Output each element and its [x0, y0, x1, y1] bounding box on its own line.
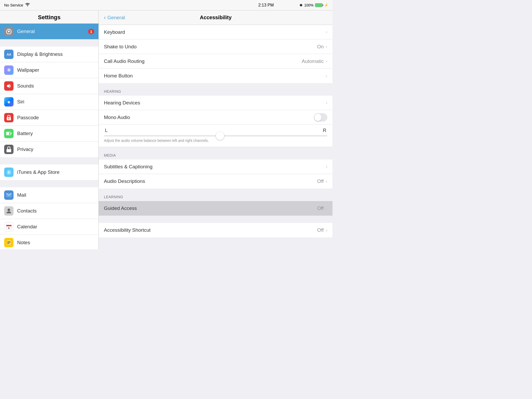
keyboard-chevron: › [326, 29, 327, 35]
hearing-devices-chevron: › [326, 100, 327, 105]
svg-point-1 [8, 31, 10, 32]
sidebar-list: General 1 AA Display & Brightness ❋ Wall… [0, 24, 98, 249]
battery-sidebar-icon [4, 129, 14, 138]
row-keyboard[interactable]: Keyboard › [99, 25, 332, 39]
siri-label: Siri [17, 99, 94, 105]
settings-group-hearing: Hearing Devices › Mono Audio L R [99, 96, 332, 147]
settings-group-learning: Guided Access Off › [99, 201, 332, 216]
passcode-label: Passcode [17, 115, 94, 121]
sidebar-item-wallpaper[interactable]: ❋ Wallpaper [0, 62, 98, 78]
gap-after-learning [99, 216, 332, 223]
right-panel: ‹ General Accessibility Keyboard › Shake… [99, 10, 332, 249]
row-guided-access[interactable]: Guided Access Off › [99, 201, 332, 216]
sidebar-item-passcode[interactable]: Passcode [0, 110, 98, 126]
shake-chevron: › [326, 44, 327, 49]
privacy-label: Privacy [17, 147, 94, 152]
mail-icon [4, 190, 14, 200]
sidebar-gap-1 [0, 39, 98, 46]
sidebar-item-itunes-app-store[interactable]: A iTunes & App Store [0, 164, 98, 180]
back-label: General [107, 15, 125, 21]
sidebar: Settings General 1 [0, 10, 99, 249]
sidebar-item-sounds[interactable]: Sounds [0, 78, 98, 94]
mono-audio-toggle[interactable] [314, 113, 327, 122]
sidebar-item-contacts[interactable]: Contacts [0, 203, 98, 219]
sidebar-item-mail[interactable]: Mail [0, 187, 98, 203]
sidebar-item-siri[interactable]: ◉ Siri [0, 94, 98, 110]
sidebar-item-privacy[interactable]: Privacy [0, 142, 98, 157]
sidebar-item-battery[interactable]: Battery [0, 126, 98, 142]
sidebar-item-notes[interactable]: Notes [0, 235, 98, 249]
sidebar-title: Settings [0, 10, 98, 24]
no-service-text: No Service [4, 3, 23, 7]
sounds-icon [4, 81, 14, 91]
mono-audio-label: Mono Audio [104, 115, 314, 120]
sidebar-section-2: A iTunes & App Store [0, 164, 98, 180]
row-accessibility-shortcut[interactable]: Accessibility Shortcut Off › [99, 223, 332, 237]
balance-track[interactable] [104, 135, 327, 136]
itunes-icon: A [4, 168, 14, 177]
battery-label: Battery [17, 131, 94, 136]
back-chevron-icon: ‹ [104, 14, 106, 21]
row-home-button[interactable]: Home Button › [99, 69, 332, 83]
audio-desc-chevron: › [326, 179, 327, 184]
mail-label: Mail [17, 192, 94, 198]
guided-access-chevron: › [326, 206, 327, 211]
display-icon: AA [4, 50, 14, 59]
status-bar: No Service 2:13 PM ✱ 100% ⚡ [0, 0, 332, 10]
passcode-icon [4, 113, 14, 122]
svg-text:A: A [8, 170, 10, 174]
battery-percent: 100% [304, 3, 314, 7]
call-audio-label: Call Audio Routing [104, 58, 302, 64]
keyboard-label: Keyboard [104, 29, 326, 35]
sounds-label: Sounds [17, 83, 94, 89]
balance-thumb[interactable] [216, 132, 224, 140]
balance-labels: L R [104, 128, 327, 133]
battery-fill [316, 4, 322, 6]
audio-desc-label: Audio Descriptions [104, 178, 317, 184]
row-call-audio-routing[interactable]: Call Audio Routing Automatic › [99, 54, 332, 69]
notes-label: Notes [17, 240, 94, 245]
guided-access-value: Off [317, 205, 324, 211]
media-header: MEDIA [99, 147, 332, 159]
settings-group-0: Keyboard › Shake to Undo On › Call Audio… [99, 25, 332, 83]
svg-marker-2 [7, 84, 10, 88]
settings-group-media: Subtitles & Captioning › Audio Descripti… [99, 159, 332, 189]
row-mono-audio[interactable]: Mono Audio [99, 110, 332, 125]
general-label: General [17, 29, 88, 34]
sidebar-item-general[interactable]: General 1 [0, 24, 98, 39]
status-time: 2:13 PM [258, 3, 274, 8]
status-left: No Service [4, 3, 30, 7]
right-panel-title: Accessibility [125, 15, 307, 21]
row-audio-descriptions[interactable]: Audio Descriptions Off › [99, 174, 332, 189]
wifi-icon [25, 3, 30, 7]
home-button-chevron: › [326, 73, 327, 79]
subtitles-chevron: › [326, 164, 327, 169]
sidebar-gap-2 [0, 157, 98, 164]
call-audio-value: Automatic [302, 58, 324, 64]
sidebar-section-1: AA Display & Brightness ❋ Wallpaper [0, 46, 98, 157]
hearing-devices-label: Hearing Devices [104, 100, 326, 106]
back-button[interactable]: ‹ General [104, 14, 125, 21]
notes-icon [4, 238, 14, 247]
row-subtitles-captioning[interactable]: Subtitles & Captioning › [99, 159, 332, 174]
svg-point-4 [8, 118, 9, 119]
itunes-label: iTunes & App Store [17, 169, 94, 175]
calendar-icon: 8 [4, 222, 14, 231]
hearing-header: HEARING [99, 83, 332, 96]
accessibility-shortcut-chevron: › [326, 228, 327, 233]
bluetooth-icon: ✱ [300, 3, 303, 7]
sidebar-item-calendar[interactable]: 8 Calendar [0, 219, 98, 235]
row-hearing-devices[interactable]: Hearing Devices › [99, 96, 332, 110]
subtitles-label: Subtitles & Captioning [104, 164, 326, 170]
wallpaper-icon: ❋ [4, 65, 14, 75]
calendar-label: Calendar [17, 224, 94, 230]
general-icon [4, 27, 14, 36]
status-right: ✱ 100% ⚡ [300, 3, 328, 7]
row-shake-to-undo[interactable]: Shake to Undo On › [99, 39, 332, 54]
sidebar-section-3: Mail Contacts [0, 187, 98, 249]
main-layout: Settings General 1 [0, 10, 332, 249]
sidebar-item-display-brightness[interactable]: AA Display & Brightness [0, 46, 98, 62]
shake-value: On [317, 44, 324, 50]
accessibility-shortcut-label: Accessibility Shortcut [104, 227, 317, 233]
learning-header: LEARNING [99, 189, 332, 201]
